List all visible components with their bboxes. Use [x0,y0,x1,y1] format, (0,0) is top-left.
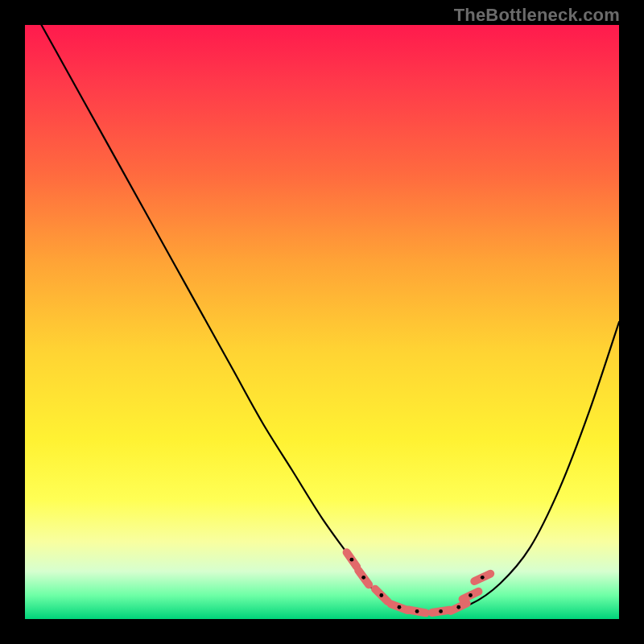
curve-marker-dot [350,558,354,562]
watermark-text: TheBottleneck.com [454,5,620,26]
curve-marker-dot [398,605,402,609]
curve-marker-dot [379,593,383,597]
chart-plot-area [25,25,619,619]
bottleneck-curve-svg [25,25,619,619]
curve-markers-group [347,552,491,613]
curve-marker-dot [469,593,473,597]
curve-marker-dot [481,576,485,580]
curve-marker-dot [439,609,443,613]
bottleneck-curve-path [25,25,619,612]
curve-marker-dot [456,605,460,609]
curve-marker-dot [361,576,365,580]
curve-marker-dot [415,609,419,613]
